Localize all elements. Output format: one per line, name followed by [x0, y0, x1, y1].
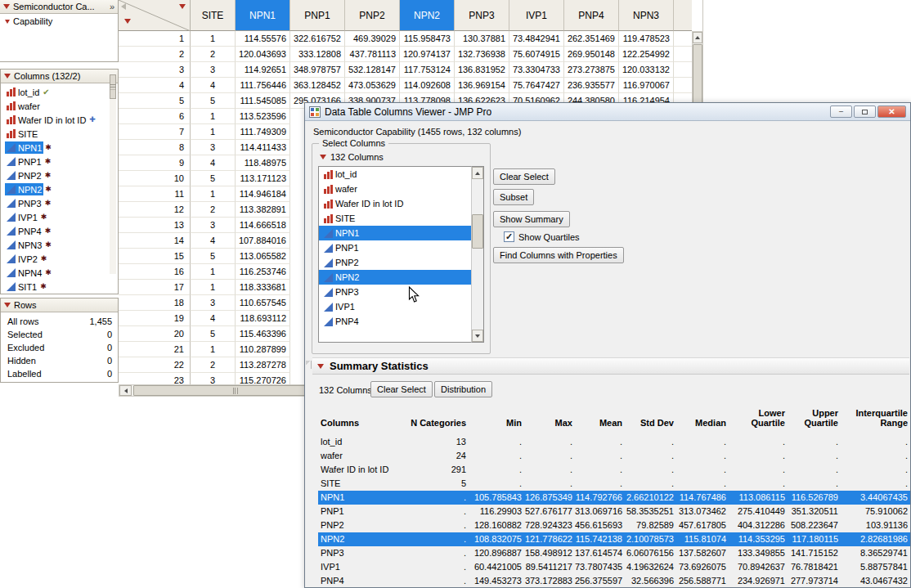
row-number[interactable]: 2 — [119, 47, 191, 62]
cell-value[interactable]: 110.657545 — [236, 295, 290, 311]
cell-site[interactable]: 3 — [191, 295, 236, 311]
row-number[interactable]: 18 — [119, 295, 191, 311]
summary-row-wafer-id-in-lot-id[interactable]: Wafer ID in lot ID291........ — [318, 463, 910, 477]
cell-value[interactable]: 118.333681 — [236, 280, 290, 295]
rows-stat-all-rows[interactable]: All rows1,455 — [1, 315, 118, 328]
cell-value[interactable]: 114.92651 — [236, 62, 290, 78]
cell-site[interactable]: 4 — [191, 78, 236, 93]
row-number[interactable]: 8 — [119, 140, 191, 155]
column-header-pnp1[interactable]: PNP1 — [290, 0, 345, 31]
column-item-npn2[interactable]: NPN2✱ — [1, 182, 118, 196]
cell-value[interactable]: 136.969154 — [455, 78, 509, 93]
cell-value[interactable]: 113.523596 — [236, 109, 290, 124]
column-item-ivp1[interactable]: IVP1✱ — [1, 210, 118, 224]
maximize-button-icon[interactable] — [854, 105, 876, 118]
cell-site[interactable]: 4 — [191, 233, 236, 249]
row-number[interactable]: 12 — [119, 202, 191, 218]
columns-panel-header[interactable]: Columns (132/2) — [1, 70, 118, 83]
cell-value[interactable]: 437.781113 — [345, 47, 400, 62]
cell-value[interactable]: 322.616752 — [290, 31, 345, 47]
column-item-pnp3[interactable]: PNP3✱ — [1, 196, 118, 210]
subset-button[interactable]: Subset — [493, 189, 534, 205]
cell-value[interactable]: 111.756446 — [236, 78, 290, 93]
find-columns-button[interactable]: Find Columns with Properties — [493, 247, 624, 263]
cell-site[interactable]: 3 — [191, 62, 236, 78]
script-hotspot-icon[interactable] — [5, 20, 10, 24]
cell-value[interactable]: 136.831952 — [455, 62, 509, 78]
cell-value[interactable]: 363.128452 — [290, 78, 345, 93]
column-header-ivp1[interactable]: IVP1 — [509, 0, 564, 31]
column-header-i[interactable]: I — [674, 0, 692, 31]
cell-site[interactable]: 4 — [191, 311, 236, 326]
column-header-npn3[interactable]: NPN3 — [619, 0, 674, 31]
cell-value[interactable]: 114.411433 — [236, 140, 290, 155]
cell-value[interactable]: 115.958473 — [400, 31, 455, 47]
cell-value[interactable]: 119.478523 — [619, 31, 674, 47]
panel-expand-chevron-icon[interactable]: » — [110, 2, 114, 11]
row-number[interactable]: 4 — [119, 78, 191, 93]
column-item-sit1[interactable]: SIT1✱ — [1, 280, 118, 294]
cell-value[interactable]: 532.128147 — [345, 62, 400, 78]
cell-value[interactable]: 75.6074915 — [509, 47, 564, 62]
cell-site[interactable]: 1 — [191, 31, 236, 47]
cell-value[interactable]: 136 — [674, 62, 692, 78]
rows-stat-labelled[interactable]: Labelled0 — [1, 367, 118, 380]
row-number[interactable]: 14 — [119, 233, 191, 249]
summary-clear-select-button[interactable]: Clear Select — [370, 381, 433, 397]
cell-value[interactable]: 348.978757 — [290, 62, 345, 78]
row-number[interactable]: 5 — [119, 93, 191, 109]
scroll-left-button[interactable] — [119, 385, 132, 396]
cell-value[interactable]: 73.3304733 — [509, 62, 564, 78]
cell-value[interactable]: 115.463396 — [236, 326, 290, 342]
column-item-wafer[interactable]: wafer — [1, 99, 118, 113]
row-number[interactable]: 11 — [119, 186, 191, 202]
rows-panel-header[interactable]: Rows — [1, 298, 118, 312]
cell-site[interactable]: 5 — [191, 171, 236, 186]
cell-value[interactable]: 144 — [674, 47, 692, 62]
column-item-lot_id[interactable]: lot_id✔ — [1, 85, 118, 99]
summary-hotspot-icon[interactable] — [317, 364, 324, 369]
column-header-npn1[interactable]: NPN1 — [236, 0, 290, 31]
column-item-npn3[interactable]: NPN3✱ — [1, 238, 118, 252]
row-number[interactable]: 7 — [119, 124, 191, 140]
distribution-button[interactable]: Distribution — [434, 381, 492, 397]
rows-stat-selected[interactable]: Selected0 — [1, 328, 118, 341]
cell-value[interactable]: 110.287899 — [236, 342, 290, 357]
summary-row-npn1[interactable]: NPN1.105.785843126.875349114.7927662.662… — [318, 491, 910, 505]
cell-value[interactable]: 117.753124 — [400, 62, 455, 78]
column-item-site[interactable]: SITE — [1, 127, 118, 141]
row-number[interactable]: 21 — [119, 342, 191, 357]
cell-value[interactable]: 120.974137 — [400, 47, 455, 62]
cell-value[interactable]: 115.270726 — [236, 373, 290, 384]
column-header-site[interactable]: SITE — [191, 0, 236, 31]
cell-site[interactable]: 1 — [191, 109, 236, 124]
rows-stat-hidden[interactable]: Hidden0 — [1, 354, 118, 367]
summary-row-pnp2[interactable]: PNP2.128.160882728.924323456.61569379.82… — [318, 518, 910, 532]
column-item-lot_id[interactable]: lot_id — [319, 167, 483, 182]
cell-site[interactable]: 2 — [191, 202, 236, 218]
outline-collapse-icon[interactable] — [306, 361, 312, 369]
column-item-npn1[interactable]: NPN1 — [319, 226, 483, 240]
summary-row-ivp1[interactable]: IVP1.60.442100589.541121773.78074354.196… — [318, 560, 910, 574]
row-number[interactable]: 3 — [119, 62, 191, 78]
scrollbar-thumb[interactable] — [110, 74, 116, 99]
column-header-npn2[interactable]: NPN2 — [400, 0, 455, 31]
cell-value[interactable]: 118.48975 — [236, 155, 290, 171]
column-item-wafer[interactable]: wafer — [319, 182, 483, 196]
column-header-pnp4[interactable]: PNP4 — [564, 0, 619, 31]
columns-list-scrollbar[interactable] — [110, 73, 116, 274]
cell-site[interactable]: 3 — [191, 140, 236, 155]
dialog-titlebar[interactable]: Data Table Columns Viewer - JMP Pro – ✕ — [305, 103, 910, 121]
rows-stat-excluded[interactable]: Excluded0 — [1, 341, 118, 354]
columns-hotspot-icon[interactable] — [4, 74, 11, 79]
cell-value[interactable]: 113.065582 — [236, 249, 290, 264]
clear-select-button[interactable]: Clear Select — [493, 168, 555, 185]
cell-value[interactable]: 114.946184 — [236, 186, 290, 202]
column-header-pnp3[interactable]: PNP3 — [455, 0, 509, 31]
cell-value[interactable]: 116.253746 — [236, 264, 290, 280]
column-item-pnp1[interactable]: PNP1 — [319, 240, 483, 255]
row-number[interactable]: 23 — [119, 373, 191, 384]
column-item-ivp2[interactable]: IVP2✱ — [1, 252, 118, 266]
cell-value[interactable]: 111.749309 — [236, 124, 290, 140]
show-quartiles-checkbox[interactable]: ✓ — [504, 231, 514, 242]
